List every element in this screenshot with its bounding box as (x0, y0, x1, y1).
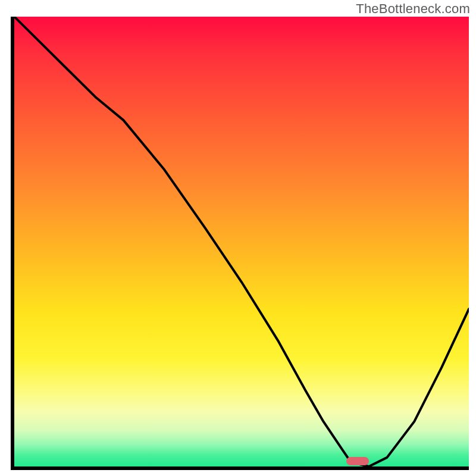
plot-frame (11, 17, 469, 470)
chart-container: TheBottleneck.com (0, 0, 476, 476)
bottleneck-curve (14, 17, 469, 466)
optimum-marker (346, 457, 369, 465)
plot-area (14, 17, 469, 466)
watermark-text: TheBottleneck.com (356, 1, 470, 17)
